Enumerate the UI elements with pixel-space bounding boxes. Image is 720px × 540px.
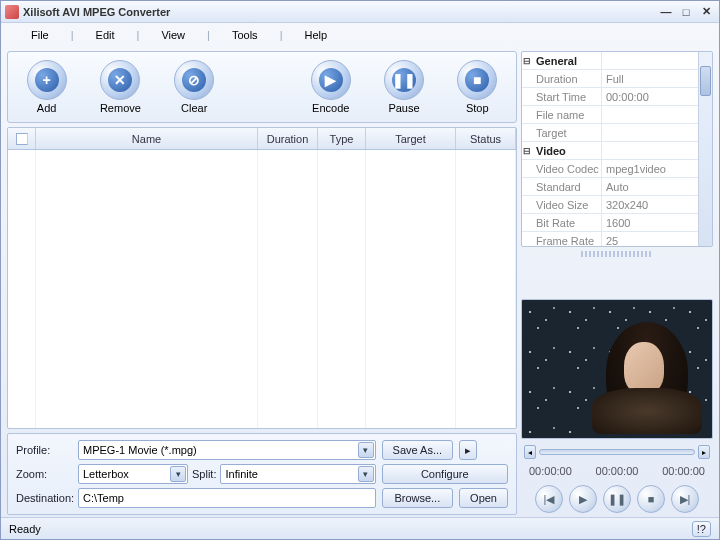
remove-button[interactable]: ✕Remove: [100, 60, 141, 114]
pause-icon: ❚❚: [392, 68, 416, 92]
stop-button[interactable]: ■Stop: [457, 60, 497, 114]
browse-button[interactable]: Browse...: [382, 488, 454, 508]
prop-standard[interactable]: Auto: [602, 178, 698, 195]
minimize-button[interactable]: —: [657, 5, 675, 19]
menu-help[interactable]: Help: [294, 27, 337, 43]
encode-button[interactable]: ▶Encode: [311, 60, 351, 114]
prop-starttime[interactable]: 00:00:00: [602, 88, 698, 105]
grid-header: Name Duration Type Target Status: [8, 128, 516, 150]
x-icon: ✕: [108, 68, 132, 92]
col-type[interactable]: Type: [318, 128, 366, 149]
props-video[interactable]: Video: [522, 142, 602, 159]
timeline: ◂ ▸: [521, 443, 713, 461]
props-general[interactable]: General: [522, 52, 602, 69]
zoom-combo[interactable]: Letterbox▾: [78, 464, 188, 484]
encode-icon: ▶: [319, 68, 343, 92]
split-combo[interactable]: Infinite▾: [220, 464, 375, 484]
chevron-down-icon[interactable]: ▾: [358, 442, 374, 458]
mark-out-button[interactable]: ▸: [698, 445, 710, 459]
clear-button[interactable]: ⊘Clear: [174, 60, 214, 114]
col-duration[interactable]: Duration: [258, 128, 318, 149]
clear-icon: ⊘: [182, 68, 206, 92]
app-icon: [5, 5, 19, 19]
player-controls: |◀ ▶ ❚❚ ■ ▶|: [521, 481, 713, 515]
next-button[interactable]: ▶|: [671, 485, 699, 513]
open-button[interactable]: Open: [459, 488, 508, 508]
pause-button[interactable]: ❚❚Pause: [384, 60, 424, 114]
help-button[interactable]: !?: [692, 521, 711, 537]
configure-button[interactable]: Configure: [382, 464, 508, 484]
splitter-handle[interactable]: [581, 251, 653, 257]
zoom-label: Zoom:: [16, 468, 72, 480]
maximize-button[interactable]: □: [677, 5, 695, 19]
mark-in-button[interactable]: ◂: [524, 445, 536, 459]
stop-icon: ■: [465, 68, 489, 92]
saveas-button[interactable]: Save As...: [382, 440, 454, 460]
seek-slider[interactable]: [539, 449, 695, 455]
prop-target[interactable]: [602, 124, 698, 141]
prop-bitrate[interactable]: 1600: [602, 214, 698, 231]
menu-edit[interactable]: Edit: [86, 27, 125, 43]
properties-panel: General DurationFull Start Time00:00:00 …: [521, 51, 713, 247]
plus-icon: +: [35, 68, 59, 92]
status-text: Ready: [9, 523, 41, 535]
time-readout: 00:00:00 00:00:00 00:00:00: [521, 465, 713, 477]
main-toolbar: +Add ✕Remove ⊘Clear ▶Encode ❚❚Pause ■Sto…: [7, 51, 517, 123]
dest-label: Destination:: [16, 492, 72, 504]
app-window: Xilisoft AVI MPEG Converter — □ ✕ File| …: [0, 0, 720, 540]
file-grid[interactable]: Name Duration Type Target Status: [7, 127, 517, 429]
menu-view[interactable]: View: [151, 27, 195, 43]
prop-duration[interactable]: Full: [602, 70, 698, 87]
titlebar: Xilisoft AVI MPEG Converter — □ ✕: [1, 1, 719, 23]
profile-combo[interactable]: MPEG-1 Movie (*.mpg)▾: [78, 440, 376, 460]
statusbar: Ready !?: [1, 517, 719, 539]
col-target[interactable]: Target: [366, 128, 456, 149]
profile-label: Profile:: [16, 444, 72, 456]
menubar: File| Edit| View| Tools| Help: [1, 23, 719, 47]
preview-pane[interactable]: [521, 299, 713, 439]
menu-tools[interactable]: Tools: [222, 27, 268, 43]
col-checkbox[interactable]: [8, 128, 36, 149]
col-name[interactable]: Name: [36, 128, 258, 149]
player-stop-button[interactable]: ■: [637, 485, 665, 513]
window-title: Xilisoft AVI MPEG Converter: [23, 6, 655, 18]
prop-vcodec[interactable]: mpeg1video: [602, 160, 698, 177]
dest-input[interactable]: C:\Temp: [78, 488, 376, 508]
chevron-down-icon[interactable]: ▾: [170, 466, 186, 482]
close-button[interactable]: ✕: [697, 5, 715, 19]
profile-more-button[interactable]: ▸: [459, 440, 477, 460]
split-label: Split:: [192, 468, 216, 480]
col-status[interactable]: Status: [456, 128, 516, 149]
play-button[interactable]: ▶: [569, 485, 597, 513]
prop-framerate[interactable]: 25: [602, 232, 698, 247]
prop-filename[interactable]: [602, 106, 698, 123]
player-pause-button[interactable]: ❚❚: [603, 485, 631, 513]
settings-panel: Profile: MPEG-1 Movie (*.mpg)▾ Save As..…: [7, 433, 517, 515]
add-button[interactable]: +Add: [27, 60, 67, 114]
prev-button[interactable]: |◀: [535, 485, 563, 513]
grid-body[interactable]: [8, 150, 516, 428]
props-scrollbar[interactable]: [698, 52, 712, 246]
chevron-down-icon[interactable]: ▾: [358, 466, 374, 482]
prop-vsize[interactable]: 320x240: [602, 196, 698, 213]
menu-file[interactable]: File: [21, 27, 59, 43]
